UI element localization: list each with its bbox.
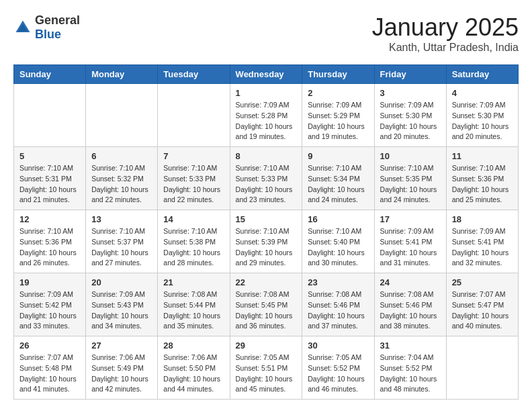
day-number: 11 [452,151,513,161]
day-info: Sunrise: 7:09 AM Sunset: 5:30 PM Dayligh… [452,100,513,142]
day-number: 30 [308,340,368,351]
calendar-table: SundayMondayTuesdayWednesdayThursdayFrid… [13,64,519,400]
calendar-cell: 25Sunrise: 7:07 AM Sunset: 5:47 PM Dayli… [446,273,518,336]
day-info: Sunrise: 7:10 AM Sunset: 5:32 PM Dayligh… [91,163,152,205]
calendar-cell: 26Sunrise: 7:07 AM Sunset: 5:48 PM Dayli… [14,336,86,400]
calendar-cell: 24Sunrise: 7:08 AM Sunset: 5:46 PM Dayli… [374,273,446,336]
day-info: Sunrise: 7:10 AM Sunset: 5:33 PM Dayligh… [236,163,297,205]
logo-general: General [35,13,80,28]
calendar-cell: 31Sunrise: 7:04 AM Sunset: 5:52 PM Dayli… [374,336,446,400]
day-info: Sunrise: 7:05 AM Sunset: 5:51 PM Dayligh… [236,353,297,395]
day-number: 23 [308,277,368,287]
day-info: Sunrise: 7:10 AM Sunset: 5:36 PM Dayligh… [19,226,80,269]
calendar-cell: 22Sunrise: 7:08 AM Sunset: 5:45 PM Dayli… [230,273,302,336]
day-number: 16 [308,214,368,224]
calendar-cell: 5Sunrise: 7:10 AM Sunset: 5:31 PM Daylig… [14,147,86,210]
week-row-1: 1Sunrise: 7:09 AM Sunset: 5:28 PM Daylig… [14,84,519,147]
calendar-cell: 19Sunrise: 7:09 AM Sunset: 5:42 PM Dayli… [14,273,86,336]
calendar-cell [158,84,230,147]
logo-blue: Blue [35,28,80,42]
calendar-cell: 12Sunrise: 7:10 AM Sunset: 5:36 PM Dayli… [14,210,86,273]
calendar-cell: 27Sunrise: 7:06 AM Sunset: 5:49 PM Dayli… [86,336,158,400]
day-info: Sunrise: 7:10 AM Sunset: 5:39 PM Dayligh… [236,226,297,269]
calendar-header: SundayMondayTuesdayWednesdayThursdayFrid… [14,65,519,84]
day-number: 28 [163,340,224,351]
day-number: 13 [91,214,152,224]
day-number: 25 [452,277,513,287]
day-number: 4 [452,88,513,98]
day-info: Sunrise: 7:08 AM Sunset: 5:44 PM Dayligh… [163,289,224,332]
day-info: Sunrise: 7:08 AM Sunset: 5:45 PM Dayligh… [236,289,297,332]
logo-icon [13,18,32,37]
calendar-cell: 13Sunrise: 7:10 AM Sunset: 5:37 PM Dayli… [86,210,158,273]
calendar-cell: 28Sunrise: 7:06 AM Sunset: 5:50 PM Dayli… [158,336,230,400]
logo-text: General Blue [35,13,80,42]
day-number: 21 [163,277,224,287]
day-info: Sunrise: 7:04 AM Sunset: 5:52 PM Dayligh… [380,353,441,395]
day-info: Sunrise: 7:08 AM Sunset: 5:46 PM Dayligh… [380,289,441,332]
calendar-cell: 15Sunrise: 7:10 AM Sunset: 5:39 PM Dayli… [230,210,302,273]
day-number: 20 [91,277,152,287]
day-info: Sunrise: 7:06 AM Sunset: 5:49 PM Dayligh… [91,353,152,395]
calendar-cell: 17Sunrise: 7:09 AM Sunset: 5:41 PM Dayli… [374,210,446,273]
day-number: 8 [236,151,297,161]
day-number: 6 [91,151,152,161]
day-info: Sunrise: 7:08 AM Sunset: 5:46 PM Dayligh… [308,289,368,332]
calendar-cell [14,84,86,147]
day-info: Sunrise: 7:10 AM Sunset: 5:40 PM Dayligh… [308,226,368,269]
calendar-cell: 11Sunrise: 7:10 AM Sunset: 5:36 PM Dayli… [446,147,518,210]
day-number: 17 [380,214,441,224]
weekday-row: SundayMondayTuesdayWednesdayThursdayFrid… [14,65,519,84]
calendar-cell: 8Sunrise: 7:10 AM Sunset: 5:33 PM Daylig… [230,147,302,210]
calendar-cell: 23Sunrise: 7:08 AM Sunset: 5:46 PM Dayli… [302,273,374,336]
day-number: 31 [380,340,441,351]
calendar-cell: 29Sunrise: 7:05 AM Sunset: 5:51 PM Dayli… [230,336,302,400]
calendar-cell: 21Sunrise: 7:08 AM Sunset: 5:44 PM Dayli… [158,273,230,336]
weekday-header-monday: Monday [86,65,158,84]
calendar-cell: 10Sunrise: 7:10 AM Sunset: 5:35 PM Dayli… [374,147,446,210]
day-info: Sunrise: 7:09 AM Sunset: 5:29 PM Dayligh… [308,100,368,142]
day-number: 29 [236,340,297,351]
weekday-header-tuesday: Tuesday [158,65,230,84]
day-number: 2 [308,88,368,98]
calendar-cell: 4Sunrise: 7:09 AM Sunset: 5:30 PM Daylig… [446,84,518,147]
week-row-2: 5Sunrise: 7:10 AM Sunset: 5:31 PM Daylig… [14,147,519,210]
week-row-5: 26Sunrise: 7:07 AM Sunset: 5:48 PM Dayli… [14,336,519,400]
day-info: Sunrise: 7:09 AM Sunset: 5:43 PM Dayligh… [91,289,152,332]
day-number: 22 [236,277,297,287]
calendar-cell: 16Sunrise: 7:10 AM Sunset: 5:40 PM Dayli… [302,210,374,273]
day-info: Sunrise: 7:09 AM Sunset: 5:28 PM Dayligh… [236,100,297,142]
weekday-header-sunday: Sunday [14,65,86,84]
day-number: 7 [163,151,224,161]
week-row-4: 19Sunrise: 7:09 AM Sunset: 5:42 PM Dayli… [14,273,519,336]
weekday-header-saturday: Saturday [446,65,518,84]
day-number: 27 [91,340,152,351]
day-number: 10 [380,151,441,161]
location: Kanth, Uttar Pradesh, India [372,42,519,54]
title-area: January 2025 Kanth, Uttar Pradesh, India [372,13,519,54]
day-info: Sunrise: 7:10 AM Sunset: 5:33 PM Dayligh… [163,163,224,205]
day-info: Sunrise: 7:07 AM Sunset: 5:47 PM Dayligh… [452,289,513,332]
calendar-cell: 14Sunrise: 7:10 AM Sunset: 5:38 PM Dayli… [158,210,230,273]
weekday-header-wednesday: Wednesday [230,65,302,84]
day-number: 14 [163,214,224,224]
calendar-cell: 9Sunrise: 7:10 AM Sunset: 5:34 PM Daylig… [302,147,374,210]
day-number: 24 [380,277,441,287]
calendar-cell: 30Sunrise: 7:05 AM Sunset: 5:52 PM Dayli… [302,336,374,400]
day-number: 19 [19,277,80,287]
day-info: Sunrise: 7:05 AM Sunset: 5:52 PM Dayligh… [308,353,368,395]
day-info: Sunrise: 7:09 AM Sunset: 5:41 PM Dayligh… [380,226,441,269]
day-info: Sunrise: 7:10 AM Sunset: 5:36 PM Dayligh… [452,163,513,205]
logo: General Blue [13,13,80,42]
day-info: Sunrise: 7:09 AM Sunset: 5:41 PM Dayligh… [452,226,513,269]
calendar-cell: 3Sunrise: 7:09 AM Sunset: 5:30 PM Daylig… [374,84,446,147]
calendar-cell: 2Sunrise: 7:09 AM Sunset: 5:29 PM Daylig… [302,84,374,147]
calendar-cell: 18Sunrise: 7:09 AM Sunset: 5:41 PM Dayli… [446,210,518,273]
day-number: 18 [452,214,513,224]
day-info: Sunrise: 7:10 AM Sunset: 5:31 PM Dayligh… [19,163,80,205]
calendar-cell: 6Sunrise: 7:10 AM Sunset: 5:32 PM Daylig… [86,147,158,210]
calendar-body: 1Sunrise: 7:09 AM Sunset: 5:28 PM Daylig… [14,84,519,400]
day-number: 15 [236,214,297,224]
day-number: 5 [19,151,80,161]
day-number: 26 [19,340,80,351]
